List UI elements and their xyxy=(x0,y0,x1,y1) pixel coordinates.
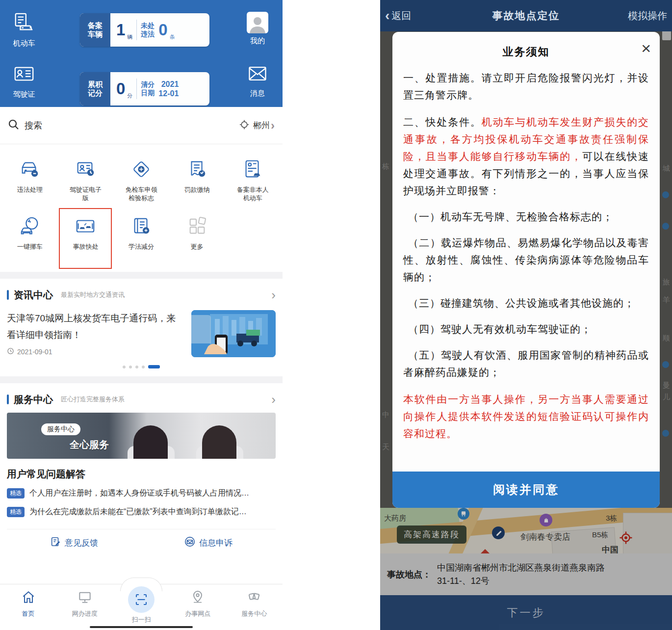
grid-item-inspection[interactable]: 免检车申领检验标志 xyxy=(113,151,169,208)
left-phone-home-screen: 机动车 驾驶证 备案车辆 1 辆 xyxy=(0,0,283,630)
my-profile-entry[interactable]: 我的 xyxy=(236,12,279,46)
tab-label: 网办进度 xyxy=(72,609,98,618)
grid-row-2: 一键挪车 事故快处 学法减分 xyxy=(2,208,281,269)
metro-icon xyxy=(492,526,505,539)
map-edge-glyph: 中 xyxy=(382,410,389,420)
service-section-title: 服务中心 xyxy=(14,393,53,406)
faq-item[interactable]: 精选 为什么在完成缴款后未能在“已缴款”列表中查询到订单缴款记… xyxy=(7,502,276,521)
map-poi-dot xyxy=(662,223,669,230)
section-divider xyxy=(0,272,283,279)
points-unit: 分 xyxy=(127,92,132,100)
news-section-header[interactable]: 资讯中心 最新实时地方交通资讯 › xyxy=(7,285,276,305)
scan-circle xyxy=(128,586,155,613)
motor-vehicle-entry[interactable]: 机动车 xyxy=(3,12,45,48)
faq-text: 为什么在完成缴款后未能在“已缴款”列表中查询到订单缴款记… xyxy=(29,507,247,517)
faq-item[interactable]: 精选 个人用户在注册时，如遇本人身份证或手机号码被人占用情况… xyxy=(7,484,276,502)
map-label-pharmacy: 大药房 xyxy=(384,514,406,523)
vehicle-unit: 辆 xyxy=(127,33,132,41)
points-stat-card[interactable]: 累积记分 0 分 清分日期 202112-01 xyxy=(80,72,209,105)
pager-dot-active xyxy=(148,365,160,368)
registered-vehicle-count: 1 xyxy=(116,21,125,39)
news-section: 资讯中心 最新实时地方交通资讯 › 天津等70城网上核发货车电子通行码，来看详细… xyxy=(0,279,283,376)
banner-slogan: 全心服务 xyxy=(70,438,109,451)
back-button[interactable]: ‹ 返回 xyxy=(385,9,444,23)
map-road-label: 高架高速路段 xyxy=(397,525,466,544)
drivers-license-icon xyxy=(13,63,35,87)
close-icon[interactable]: × xyxy=(641,40,651,56)
map-edge-glyph: 曼 xyxy=(663,381,670,390)
map-red-marker xyxy=(481,549,490,553)
clear-date-label: 清分日期 xyxy=(141,80,155,97)
address-value: 中国湖南省郴州市北湖区燕泉街道燕泉南路 31-11-、12号 xyxy=(437,561,605,588)
chevron-right-icon: › xyxy=(271,289,276,301)
map-edge-glyph: 旅 xyxy=(663,278,670,287)
motor-vehicle-label: 机动车 xyxy=(13,39,35,48)
grid-item-violation[interactable]: 违法处理 xyxy=(2,151,58,208)
agree-button[interactable]: 阅读并同意 xyxy=(392,472,660,508)
appeal-button[interactable]: 信息申诉 xyxy=(141,536,276,550)
vehicle-stat-card[interactable]: 备案车辆 1 辆 未处违法 0 条 xyxy=(80,13,209,47)
next-step-button[interactable]: 下一步 xyxy=(380,595,672,630)
service-section-header[interactable]: 服务中心 匠心打造完整服务体系 › xyxy=(7,389,276,410)
accident-quick-highlight-frame: 事故快处 xyxy=(59,208,112,269)
bus-stop-icon xyxy=(458,508,469,520)
drivers-license-entry[interactable]: 驾驶证 xyxy=(3,63,45,99)
grid-item-accident-quick[interactable]: 事故快处 xyxy=(58,208,114,269)
search-bar[interactable]: 搜索 郴州 › xyxy=(0,107,283,144)
tab-label: 扫一扫 xyxy=(131,615,151,624)
notice-list-item: （三）碰撞建筑物、公共设施或者其他设施的； xyxy=(403,294,649,312)
search-placeholder: 搜索 xyxy=(25,120,239,131)
pager-dot xyxy=(129,366,132,368)
modal-title: 业务须知 xyxy=(403,32,649,59)
section-divider xyxy=(0,376,283,383)
tab-offices[interactable]: 办事网点 xyxy=(170,584,226,630)
featured-badge: 精选 xyxy=(7,507,25,517)
map-edge-glyph: 羊 xyxy=(663,295,670,305)
map-view[interactable]: 大药房 高架高速路段 剑南春专卖店 3栋 B5栋 中国 xyxy=(380,508,672,553)
messages-entry[interactable]: 消息 xyxy=(236,63,279,98)
messages-label: 消息 xyxy=(250,89,265,98)
map-edge-glyph: 天 xyxy=(382,443,389,452)
appeal-mail-icon xyxy=(184,536,195,550)
grid-item-nonowner[interactable]: 备案非本人机动车 xyxy=(225,151,281,208)
home-icon xyxy=(21,589,36,607)
grid-row-1: 违法处理 驾驶证电子版 免检车申领检验标志 xyxy=(2,151,281,208)
grid-item-label: 罚款缴纳 xyxy=(184,185,210,194)
service-banner[interactable]: 服务中心 全心服务 xyxy=(7,413,276,459)
service-section-subtitle: 匠心打造完整服务体系 xyxy=(61,395,271,404)
news-item[interactable]: 天津等70城网上核发货车电子通行码，来看详细申领指南！ 2021-09-01 xyxy=(7,310,276,357)
tab-progress[interactable]: 网办进度 xyxy=(56,584,113,630)
grid-item-move-car[interactable]: 一键挪车 xyxy=(2,208,58,269)
clear-date-value: 202112-01 xyxy=(158,79,179,98)
banner-figure xyxy=(202,425,236,459)
map-label-store: 剑南春专卖店 xyxy=(520,531,570,543)
violation-unit: 条 xyxy=(170,33,175,41)
back-label: 返回 xyxy=(391,9,411,23)
map-edge-glyph: 栋 xyxy=(382,162,389,171)
pager-dot xyxy=(135,366,138,368)
notice-list-item: （一）机动车无号牌、无检验合格标志的； xyxy=(403,208,649,225)
banner-figure xyxy=(133,425,168,459)
city-selector-label[interactable]: 郴州 xyxy=(253,120,270,131)
grid-item-elicense[interactable]: 驾驶证电子版 xyxy=(58,151,114,208)
service-section: 服务中心 匠心打造完整服务体系 › 服务中心 全心服务 用户常见问题解答 精选 … xyxy=(0,383,283,554)
tab-scan[interactable]: 扫一扫 xyxy=(113,584,169,630)
grid-item-fine[interactable]: 罚款缴纳 xyxy=(169,151,225,208)
feedback-button[interactable]: 意见反馈 xyxy=(7,536,141,550)
grid-item-study[interactable]: 学法减分 xyxy=(113,208,169,269)
map-label-partial: 中国 xyxy=(602,544,619,553)
tab-home[interactable]: 首页 xyxy=(0,584,56,630)
section-accent-bar xyxy=(7,290,9,300)
location-target-icon xyxy=(239,120,249,131)
news-date-text: 2021-09-01 xyxy=(17,348,52,356)
simulate-action-button[interactable]: 模拟操作 xyxy=(608,9,667,23)
unhandled-violation-count: 0 xyxy=(158,21,167,39)
grid-item-label: 违法处理 xyxy=(17,185,43,194)
grid-item-label: 更多 xyxy=(191,242,204,251)
pager-dot xyxy=(123,366,126,368)
grid-item-label: 免检车申领检验标志 xyxy=(124,185,159,202)
carousel-pagination xyxy=(7,365,276,368)
right-phone-accident-screen: 栋 中 天 城 旅 羊 顺 曼 儿 大药房 高架高速路段 xyxy=(380,0,672,630)
tab-service[interactable]: 服务中心 xyxy=(226,584,283,630)
grid-item-more[interactable]: 更多 xyxy=(169,208,225,269)
